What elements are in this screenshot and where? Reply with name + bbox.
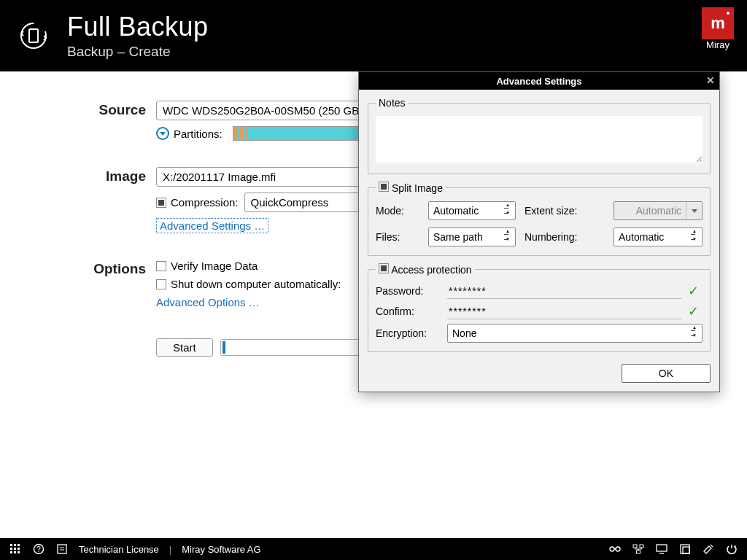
access-protection-group: Access protection Password: ✓ Confirm: ✓…	[368, 263, 711, 352]
ok-button[interactable]: OK	[622, 364, 711, 383]
svg-point-0	[21, 23, 46, 48]
spin-down-icon: ▼	[689, 333, 700, 341]
page-title: Full Backup	[67, 12, 209, 42]
checkbox-icon	[379, 182, 389, 192]
numbering-select[interactable]: Automatic ▲▼	[614, 228, 703, 246]
dialog-titlebar[interactable]: Advanced Settings ✕	[359, 72, 719, 90]
apps-icon[interactable]	[9, 542, 22, 556]
page-subtitle: Backup – Create	[67, 44, 209, 60]
svg-rect-10	[18, 551, 20, 553]
svg-rect-20	[640, 545, 643, 548]
svg-rect-3	[14, 544, 16, 546]
source-section-label: Source	[0, 101, 146, 118]
separator: |	[169, 544, 171, 555]
spin-up-icon: ▲	[689, 325, 700, 333]
files-select[interactable]: Same path ▲▼	[428, 228, 516, 246]
notes-group: Notes	[368, 97, 711, 174]
image-section-label: Image	[0, 167, 146, 184]
power-icon[interactable]	[725, 542, 738, 556]
license-icon[interactable]	[55, 542, 69, 556]
notes-legend: Notes	[376, 97, 409, 109]
help-icon[interactable]: ?	[32, 542, 45, 556]
app-header: Full Backup Backup – Create m Miray	[0, 0, 747, 71]
link-icon[interactable]	[608, 542, 622, 556]
check-icon: ✓	[688, 283, 703, 299]
compression-checkbox[interactable]: Compression:	[156, 196, 239, 209]
encryption-select[interactable]: None ▲▼	[447, 324, 703, 343]
window-icon[interactable]	[678, 542, 692, 556]
extent-size-label: Extent size:	[525, 205, 605, 217]
access-protection-checkbox[interactable]: Access protection	[379, 263, 472, 276]
svg-rect-21	[637, 551, 640, 553]
spin-down-icon: ▼	[502, 237, 514, 245]
files-label: Files:	[376, 231, 419, 243]
mode-select[interactable]: Automatic ▲▼	[428, 201, 516, 220]
svg-rect-24	[681, 545, 689, 553]
spin-up-icon: ▲	[689, 229, 700, 237]
spin-down-icon: ▼	[689, 237, 700, 245]
encryption-label: Encryption:	[376, 327, 441, 339]
chevron-down-icon	[156, 127, 169, 140]
spin-down-icon: ▼	[502, 211, 514, 219]
monitor-icon[interactable]	[655, 542, 668, 556]
advanced-options-link[interactable]: Advanced Options …	[156, 296, 260, 308]
close-button[interactable]: ✕	[706, 74, 715, 86]
svg-rect-8	[10, 551, 12, 553]
confirm-input[interactable]	[447, 304, 682, 319]
header-titles: Full Backup Backup – Create	[67, 12, 209, 60]
split-image-checkbox[interactable]: Split Image	[379, 182, 443, 194]
options-section-label: Options	[0, 260, 146, 277]
status-bar: ? Technician License | Miray Software AG	[0, 538, 747, 560]
password-label: Password:	[376, 285, 441, 297]
split-image-group: Split Image Mode: Automatic ▲▼ Extent si…	[368, 182, 711, 256]
svg-rect-7	[18, 548, 20, 550]
checkbox-icon	[156, 261, 166, 271]
svg-text:?: ?	[36, 545, 41, 553]
svg-rect-2	[10, 544, 12, 546]
license-text: Technician License	[79, 544, 159, 555]
spin-up-icon: ▲	[502, 229, 514, 237]
settings-icon[interactable]	[702, 542, 715, 556]
advanced-settings-link[interactable]: Advanced Settings …	[156, 218, 268, 233]
mode-label: Mode:	[376, 205, 419, 217]
confirm-label: Confirm:	[376, 306, 441, 317]
shutdown-checkbox[interactable]: Shut down computer automatically:	[156, 278, 341, 290]
svg-rect-4	[18, 544, 20, 546]
extent-size-select[interactable]: Automatic	[614, 201, 703, 220]
svg-rect-13	[58, 545, 66, 553]
check-icon: ✓	[688, 303, 703, 319]
company-text: Miray Software AG	[182, 544, 260, 555]
spin-up-icon: ▲	[502, 203, 514, 211]
checkbox-icon	[156, 279, 166, 289]
notes-textarea[interactable]	[376, 116, 703, 163]
numbering-label: Numbering:	[525, 231, 605, 243]
svg-rect-19	[633, 545, 637, 548]
app-icon	[18, 20, 50, 52]
network-icon[interactable]	[632, 542, 645, 556]
svg-rect-9	[14, 551, 16, 553]
svg-rect-25	[683, 547, 689, 553]
svg-rect-5	[10, 548, 12, 550]
checkbox-icon	[156, 198, 166, 208]
svg-rect-1	[29, 29, 38, 42]
verify-checkbox[interactable]: Verify Image Data	[156, 260, 258, 272]
partitions-toggle[interactable]: Partitions:	[156, 127, 222, 140]
brand-logo-block: m Miray	[702, 7, 734, 50]
start-button[interactable]: Start	[156, 338, 213, 357]
password-input[interactable]	[447, 284, 682, 299]
chevron-down-icon	[686, 202, 702, 219]
brand-name: Miray	[702, 39, 734, 50]
svg-rect-22	[657, 545, 667, 551]
svg-rect-6	[14, 548, 16, 550]
advanced-settings-dialog: Advanced Settings ✕ Notes Split Image Mo…	[358, 71, 720, 392]
brand-logo: m	[702, 7, 734, 39]
checkbox-icon	[379, 263, 389, 273]
